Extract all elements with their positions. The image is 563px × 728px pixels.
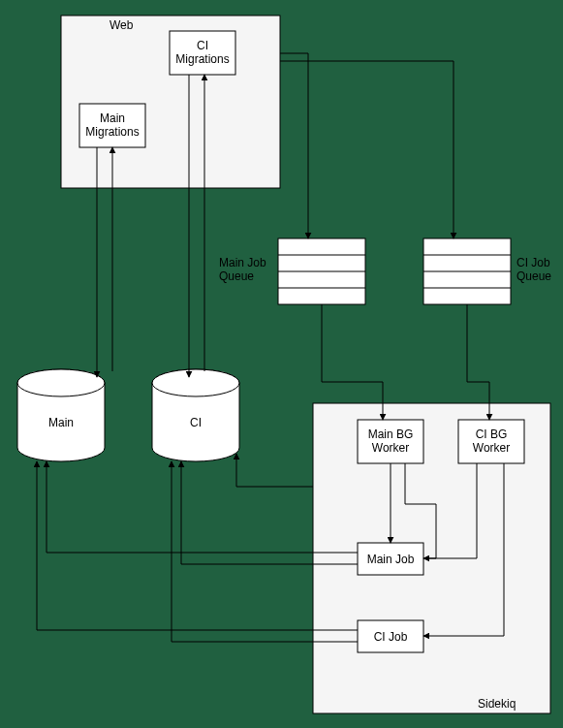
ci-job-label: CI Job: [374, 630, 408, 644]
main-job-queue-label: Main JobQueue: [219, 256, 266, 283]
main-job-label: Main Job: [367, 553, 415, 566]
ci-job-queue-label: CI JobQueue: [516, 256, 551, 283]
main-bg-worker-label: Main BGWorker: [368, 427, 414, 455]
ci-job-queue: [423, 238, 511, 304]
web-title: Web: [109, 18, 134, 32]
svg-point-11: [152, 369, 239, 396]
main-job-queue: [278, 238, 365, 304]
main-db-label: Main: [48, 416, 74, 429]
ci-bg-worker-label: CI BGWorker: [473, 427, 510, 455]
architecture-diagram: Web CIMigrations MainMigrations Main Job…: [0, 0, 563, 728]
svg-point-9: [17, 369, 105, 396]
sidekiq-title: Sidekiq: [478, 697, 516, 711]
ci-db-label: CI: [190, 416, 202, 429]
